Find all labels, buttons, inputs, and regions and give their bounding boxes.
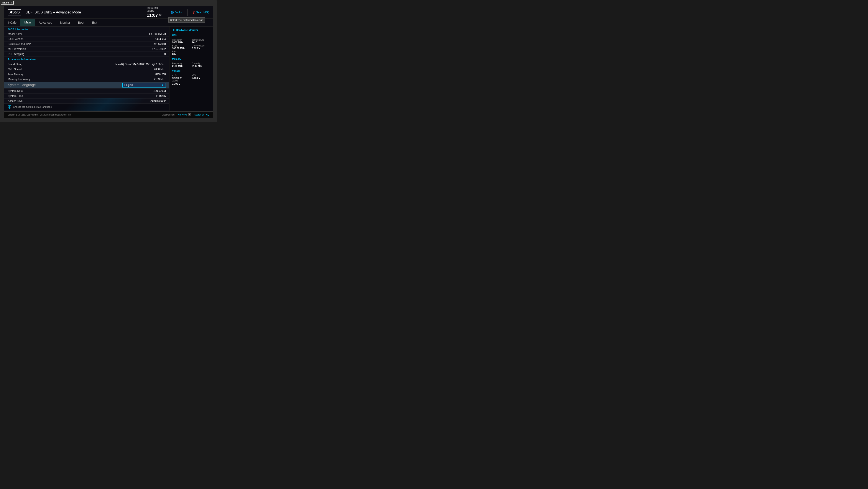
system-language-row[interactable]: System Language English ▼ bbox=[4, 82, 169, 89]
lang-label: English bbox=[175, 11, 183, 14]
dropdown-arrow-icon: ▼ bbox=[161, 84, 164, 87]
globe-icon: 🌐 bbox=[170, 11, 174, 14]
system-date-label: System Date bbox=[8, 89, 122, 92]
model-name-label: Model Name bbox=[8, 33, 122, 36]
me-fw-row: ME FW Version 12.0.0.1062 bbox=[4, 47, 169, 52]
model-name-row: Model Name EX-B360M-V3 bbox=[4, 32, 169, 37]
divider2 bbox=[187, 9, 188, 16]
pch-stepping-row: PCH Stepping B0 bbox=[4, 52, 169, 57]
bios-screen: ASUS UEFI BIOS Utility – Advanced Mode 0… bbox=[4, 6, 213, 118]
cpu-speed-label: CPU Speed bbox=[8, 68, 122, 71]
language-dropdown[interactable]: English ▼ bbox=[122, 83, 166, 87]
total-memory-label: Total Memory bbox=[8, 73, 122, 76]
copyright-text: Version 2.19.1269. Copyright (C) 2018 Am… bbox=[8, 114, 71, 116]
nav-bar: I-Cafe Main Advanced Monitor Boot Exit bbox=[4, 19, 213, 27]
search-label: Search(F9) bbox=[196, 11, 209, 14]
language-selected-value: English bbox=[124, 84, 133, 87]
footer-bar: Version 2.19.1269. Copyright (C) 2018 Am… bbox=[4, 111, 213, 118]
header-bar: ASUS UEFI BIOS Utility – Advanced Mode 0… bbox=[4, 6, 213, 19]
access-level-label: Access Level bbox=[8, 99, 122, 103]
bios-version-label: BIOS Version bbox=[8, 37, 122, 40]
model-name-value: EX-B360M-V3 bbox=[122, 33, 166, 36]
access-level-value: Administrator bbox=[122, 99, 166, 103]
main-panel: BIOS Information Model Name EX-B360M-V3 … bbox=[4, 27, 169, 111]
search-button[interactable]: ❓ Search(F9) bbox=[192, 11, 209, 14]
date-display: 04/02/2023 Sunday bbox=[147, 7, 161, 12]
cpu-section: CPU Frequency 2800 MHz Temperature 26°C … bbox=[172, 34, 210, 55]
cpu-freq-label: Frequency 2800 MHz bbox=[172, 39, 190, 44]
brand-string-label: Brand String bbox=[8, 63, 116, 66]
pch-stepping-value: B0 bbox=[122, 53, 166, 56]
memory-freq-row: Memory Frequency 2133 MHz bbox=[4, 77, 169, 82]
memory-section-title: Memory bbox=[172, 58, 210, 61]
monitor-icon: 🖥 bbox=[172, 29, 175, 32]
hot-keys-badge: ? bbox=[188, 113, 191, 116]
brand-string-value: Intel(R) Core(TM) i5-8400 CPU @ 2.80GHz bbox=[116, 63, 166, 66]
voltage-section-title: Voltage bbox=[172, 69, 210, 73]
cpu-temp-label: Temperature 26°C bbox=[192, 39, 210, 44]
nav-item-boot[interactable]: Boot bbox=[74, 19, 88, 26]
bios-title: UEFI BIOS Utility – Advanced Mode bbox=[26, 10, 143, 14]
search-icon: ❓ bbox=[192, 11, 195, 14]
language-button[interactable]: 🌐 English Select your preferred language bbox=[170, 11, 183, 14]
bottom-info-bar: i Choose the system default language bbox=[4, 104, 169, 110]
cpu-grid: Frequency 2800 MHz Temperature 26°C BCLK… bbox=[172, 39, 210, 55]
me-fw-value: 12.0.0.1062 bbox=[122, 48, 166, 51]
time-display: 11:07 ⚙ bbox=[147, 12, 161, 18]
build-date-row: Build Date and Time 09/14/2018 bbox=[4, 42, 169, 47]
mem-capacity-item: Capacity 8192 MB bbox=[192, 62, 210, 67]
netfit-badge: NET·FIT bbox=[1, 1, 14, 5]
nav-item-exit[interactable]: Exit bbox=[88, 19, 101, 26]
last-modified-text: Last Modified bbox=[162, 114, 175, 116]
me-fw-label: ME FW Version bbox=[8, 48, 122, 51]
hw-monitor-panel: 🖥 Hardware Monitor CPU Frequency 2800 MH… bbox=[169, 27, 213, 111]
hw-monitor-title: 🖥 Hardware Monitor bbox=[172, 29, 210, 32]
search-faq-link[interactable]: Search on FAQ bbox=[194, 114, 209, 116]
bios-info-section: BIOS Information bbox=[4, 27, 169, 32]
memory-grid: Frequency 2133 MHz Capacity 8192 MB bbox=[172, 62, 210, 67]
system-date-value: 04/02/2023 bbox=[122, 89, 166, 92]
voltage-section: Voltage +12V 12.288 V +5V 5.160 V +3.3V bbox=[172, 69, 210, 85]
system-time-row: System Time 11:07:15 bbox=[4, 94, 169, 98]
v5-item: +5V 5.160 V bbox=[192, 74, 210, 79]
cpu-section-title: CPU bbox=[172, 34, 210, 37]
nav-item-icafe[interactable]: I-Cafe bbox=[4, 19, 21, 26]
gear-icon[interactable]: ⚙ bbox=[159, 13, 162, 17]
nav-item-main[interactable]: Main bbox=[21, 19, 35, 26]
cpu-bclk-label: BCLK 100.00 MHz bbox=[172, 45, 190, 50]
cpu-core-voltage-label: Core Voltage 0.928 V bbox=[192, 45, 210, 50]
cpu-speed-row: CPU Speed 2800 MHz bbox=[4, 67, 169, 72]
datetime: 04/02/2023 Sunday 11:07 ⚙ bbox=[147, 7, 161, 18]
system-language-label: System Language bbox=[8, 83, 122, 87]
nav-item-monitor[interactable]: Monitor bbox=[56, 19, 74, 26]
cpu-ratio-label: Ratio 28x bbox=[172, 50, 190, 55]
monitor-bezel: NET·FIT ASUS UEFI BIOS Utility – Advance… bbox=[0, 0, 217, 122]
brand-string-row: Brand String Intel(R) Core(TM) i5-8400 C… bbox=[4, 62, 169, 67]
memory-section: Memory Frequency 2133 MHz Capacity 8192 … bbox=[172, 58, 210, 67]
content-area: BIOS Information Model Name EX-B360M-V3 … bbox=[4, 27, 213, 111]
bottom-info-text: Choose the system default language bbox=[13, 106, 52, 108]
hot-keys-button[interactable]: Hot Keys ? bbox=[178, 113, 191, 116]
footer-right: Last Modified Hot Keys ? Search on FAQ bbox=[162, 113, 209, 116]
voltage-grid: +12V 12.288 V +5V 5.160 V +3.3V 3.392 V bbox=[172, 74, 210, 85]
system-date-row: System Date 04/02/2023 bbox=[4, 89, 169, 94]
cpu-speed-value: 2800 MHz bbox=[122, 68, 166, 71]
memory-freq-value: 2133 MHz bbox=[122, 78, 166, 81]
processor-info-section: Processor Information bbox=[4, 57, 169, 62]
info-icon: i bbox=[8, 105, 11, 109]
bios-version-row: BIOS Version 1404 x64 bbox=[4, 37, 169, 42]
total-memory-row: Total Memory 8192 MB bbox=[4, 72, 169, 77]
nav-item-advanced[interactable]: Advanced bbox=[35, 19, 56, 26]
system-time-value: 11:07:15 bbox=[122, 94, 166, 97]
bios-version-value: 1404 x64 bbox=[122, 37, 166, 40]
build-date-label: Build Date and Time bbox=[8, 42, 122, 46]
asus-logo: ASUS bbox=[8, 9, 21, 16]
mem-freq-item: Frequency 2133 MHz bbox=[172, 62, 190, 67]
system-time-label: System Time bbox=[8, 94, 122, 97]
memory-freq-label: Memory Frequency bbox=[8, 78, 122, 81]
build-date-value: 09/14/2018 bbox=[122, 42, 166, 46]
pch-stepping-label: PCH Stepping bbox=[8, 53, 122, 56]
access-level-row: Access Level Administrator bbox=[4, 98, 169, 104]
total-memory-value: 8192 MB bbox=[122, 73, 166, 76]
v12-item: +12V 12.288 V bbox=[172, 74, 190, 79]
